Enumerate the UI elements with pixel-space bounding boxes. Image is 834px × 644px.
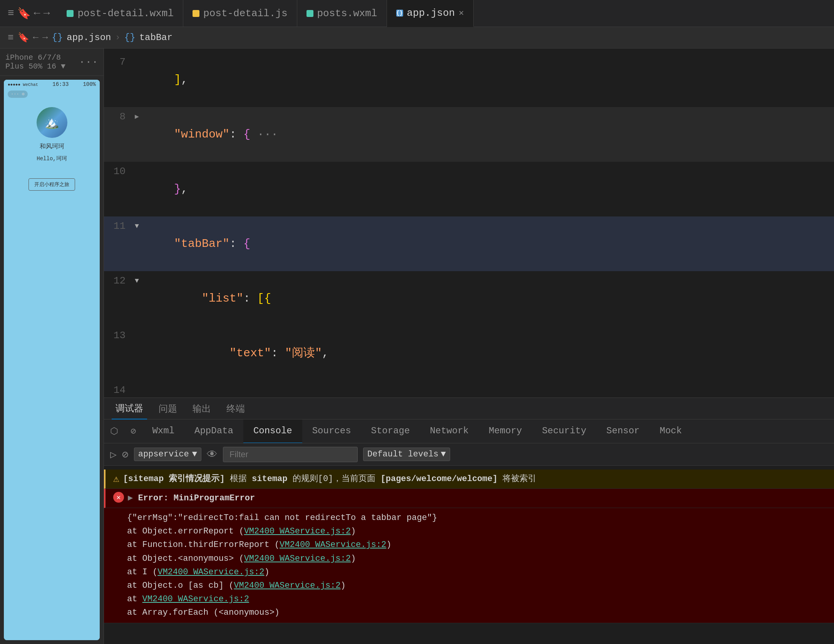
tab-posts-wxml[interactable]: posts.wxml	[297, 0, 387, 27]
devtools-cursor-icon[interactable]: ⬡	[104, 426, 124, 437]
error-link-2[interactable]: VM2400 WAService.js:2	[280, 540, 386, 550]
panel-tab-debugger[interactable]: 调试器	[112, 398, 147, 419]
error-detail-4: at Object.<anonymous> (VM2400 WAService.…	[127, 552, 826, 565]
tab-label: posts.wxml	[317, 8, 377, 19]
code-line-11: 11 ▼ "tabBar": {	[104, 216, 834, 271]
phone-username: 和风珂珂	[40, 143, 64, 151]
breadcrumb-icon2: {}	[124, 32, 136, 43]
main-area: iPhone 6/7/8 Plus 50% 16 ▼ ··· ●●●●● WeC…	[0, 49, 834, 644]
back-icon[interactable]: ←	[34, 7, 40, 19]
phone-carrier: ●●●●● WeChat	[8, 81, 38, 87]
warn-icon: ⚠	[113, 473, 119, 485]
phone-frame: ●●●●● WeChat 16:33 100% ··· ⊙ 🏔️ 和风珂珂 He…	[4, 80, 100, 640]
error-link-6[interactable]: VM2400 WAService.js:2	[142, 594, 249, 604]
breadcrumb-menu-icon[interactable]: ≡	[8, 32, 14, 44]
console-output: ⚠ [sitemap 索引情况提示] 根据 sitemap 的规则[0]，当前页…	[104, 466, 834, 644]
error-detail-6: at Object.o [as cb] (VM2400 WAService.js…	[127, 579, 826, 592]
code-content: "list": [{	[146, 272, 834, 325]
code-line-10: 10 },	[104, 162, 834, 216]
error-icon: ✕	[113, 492, 124, 503]
tab-app-json[interactable]: {} app.json ✕	[387, 0, 474, 27]
menu-icon[interactable]: ≡	[8, 7, 14, 19]
error-detail-5: at I (VM2400 WAService.js:2)	[127, 565, 826, 579]
code-editor: 7 ], 8 ▶ "window": { ··· 10 },	[104, 49, 834, 397]
code-content: "pagePath": "pages/posts/posts"	[146, 381, 834, 397]
forward-icon[interactable]: →	[44, 7, 50, 19]
error-detail-7: at VM2400 WAService.js:2	[127, 592, 826, 606]
tab-close-button[interactable]: ✕	[459, 8, 464, 18]
phone-options-icon[interactable]: ···	[79, 56, 98, 68]
panel-tab-output[interactable]: 输出	[189, 398, 215, 419]
tab-label: post-detail.wxml	[77, 8, 174, 19]
phone-greeting: Hello,珂珂	[37, 155, 67, 162]
error-link-1[interactable]: VM2400 WAService.js:2	[244, 527, 351, 536]
console-execute-icon[interactable]: ▷	[110, 448, 117, 461]
line-number: 7	[104, 53, 135, 71]
code-content: "tabBar": {	[146, 217, 834, 270]
devtools-tab-network[interactable]: Network	[420, 419, 479, 443]
tab-icon-json: {}	[396, 10, 403, 17]
devtools-tab-memory[interactable]: Memory	[479, 419, 532, 443]
error-link-3[interactable]: VM2400 WAService.js:2	[244, 554, 351, 564]
phone-battery: 100%	[83, 81, 96, 87]
phone-time: 16:33	[52, 81, 69, 87]
select-down-icon: ▼	[192, 449, 197, 459]
code-content: ],	[146, 53, 834, 106]
breadcrumb-forward-icon[interactable]: →	[42, 32, 48, 43]
phone-simulator: iPhone 6/7/8 Plus 50% 16 ▼ ··· ●●●●● WeC…	[0, 49, 104, 644]
error-detail-8: at Array.forEach (<anonymous>)	[127, 606, 826, 619]
tab-label: app.json	[407, 7, 455, 19]
panel-tabs: 调试器 问题 输出 终端	[104, 398, 834, 419]
levels-label: Default levels	[367, 449, 439, 459]
devtools-tab-appdata[interactable]: AppData	[184, 419, 243, 443]
devtools-tab-console[interactable]: Console	[243, 419, 302, 443]
line-number: 12	[104, 272, 135, 290]
devtools-tab-security[interactable]: Security	[532, 419, 596, 443]
panel-tab-terminal[interactable]: 终端	[223, 398, 249, 419]
warning-text: [sitemap 索引情况提示] 根据 sitemap 的规则[0]，当前页面 …	[123, 473, 537, 485]
phone-control-dots: ··· ⊙	[11, 91, 25, 97]
devtools-tab-wxml[interactable]: Wxml	[142, 419, 184, 443]
line-number: 11	[106, 217, 135, 235]
devtools-tab-storage[interactable]: Storage	[361, 419, 420, 443]
service-label: appservice	[138, 449, 189, 459]
error-detail-1: {"errMsg":"redirectTo:fail can not redir…	[127, 511, 826, 525]
bottom-panel: 调试器 问题 输出 终端 ⬡ ⊘ Wxml AppData Console So…	[104, 397, 834, 644]
error-link-5[interactable]: VM2400 WAService.js:2	[234, 581, 340, 590]
console-filter-input[interactable]	[223, 447, 358, 462]
console-eye-icon[interactable]: 👁	[207, 448, 218, 461]
error-details-block: {"errMsg":"redirectTo:fail can not redir…	[104, 508, 834, 623]
console-levels-select[interactable]: Default levels ▼	[363, 448, 450, 461]
panel-tab-issues[interactable]: 问题	[155, 398, 181, 419]
phone-controls: ··· ⊙	[8, 91, 28, 98]
code-line-13: 13 "text": "阅读",	[104, 326, 834, 381]
phone-content: 🏔️ 和风珂珂 Hello,珂珂 开启小程序之旅	[4, 99, 100, 640]
code-line-12: 12 ▼ "list": [{	[104, 271, 834, 326]
line-number: 8	[104, 108, 135, 126]
error-title: ▶ Error: MiniProgramError	[128, 492, 255, 505]
error-detail-3: at Function.thirdErrorReport (VM2400 WAS…	[127, 538, 826, 552]
code-line-14: 14 "pagePath": "pages/posts/posts"	[104, 381, 834, 397]
line-number: 14	[104, 381, 135, 397]
code-content: "text": "阅读",	[146, 327, 834, 380]
breadcrumb-bookmark-icon[interactable]: 🔖	[18, 32, 29, 43]
phone-start-button[interactable]: 开启小程序之旅	[28, 178, 75, 191]
devtools-tab-mock[interactable]: Mock	[650, 419, 692, 443]
tab-bar: ≡ 🔖 ← → post-detail.wxml post-detail.js …	[0, 0, 834, 27]
code-line-7: 7 ],	[104, 52, 834, 107]
tab-post-detail-wxml[interactable]: post-detail.wxml	[57, 0, 183, 27]
devtools-tab-sensor[interactable]: Sensor	[596, 419, 650, 443]
console-block-icon[interactable]: ⊘	[122, 448, 129, 461]
error-expand-icon[interactable]: ▶	[128, 493, 133, 503]
console-warning-line: ⚠ [sitemap 索引情况提示] 根据 sitemap 的规则[0]，当前页…	[104, 470, 834, 489]
console-service-select[interactable]: appservice ▼	[134, 448, 201, 461]
breadcrumb-file: app.json	[67, 32, 111, 43]
devtools-tabs: ⬡ ⊘ Wxml AppData Console Sources Storage…	[104, 419, 834, 443]
breadcrumb-back-icon[interactable]: ←	[33, 32, 39, 43]
error-link-4[interactable]: VM2400 WAService.js:2	[157, 567, 264, 577]
tab-post-detail-js[interactable]: post-detail.js	[183, 0, 297, 27]
devtools-block-icon[interactable]: ⊘	[124, 426, 142, 437]
tab-icon-wxml	[67, 10, 74, 17]
bookmark-icon[interactable]: 🔖	[17, 7, 31, 20]
devtools-tab-sources[interactable]: Sources	[302, 419, 361, 443]
